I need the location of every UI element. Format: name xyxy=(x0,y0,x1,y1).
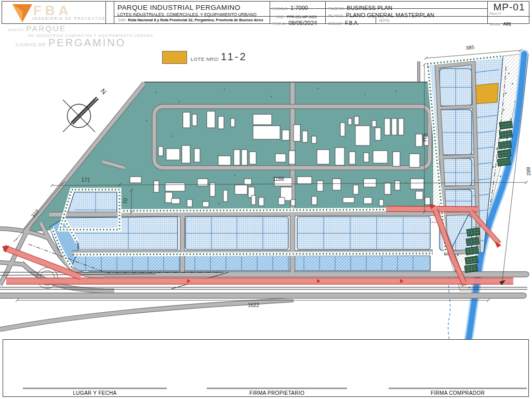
sheet-number: MP-01 xyxy=(487,2,531,13)
project-address: DIR: Ruta Nacional 8 y Ruta Provincial 3… xyxy=(118,18,263,22)
logo-tagline: INGENIERIA DE PROYECTOS xyxy=(32,17,105,20)
title-block: FBA INGENIERIA DE PROYECTOS PARQUE INDUS… xyxy=(2,1,529,24)
fecha-label: FECHA: xyxy=(273,22,286,25)
dir-value: Ruta Nacional 8 y Ruta Provincial 32, Pe… xyxy=(128,18,263,22)
dibujo-value: F.B.A. xyxy=(345,20,359,26)
fecha-value: 08/05/2024 xyxy=(288,20,317,26)
watermark-line3: CIUDAD DE PERGAMINO xyxy=(8,37,153,48)
escala-label: ESCALA: xyxy=(273,7,288,10)
watermark-line1: NUEVO PARQUE xyxy=(8,24,153,33)
version-label: Version xyxy=(489,22,501,26)
dim-70: 70 xyxy=(123,198,128,204)
highlighted-lot-11-2 xyxy=(473,83,498,104)
project-title: PARQUE INDUSTRIAL PERGAMINO xyxy=(117,4,241,11)
signature-box: LUGAR Y FECHA FIRMA PROPIETARIO FIRMA CO… xyxy=(3,339,529,397)
signature-label-comprador: FIRMA COMPRADOR xyxy=(389,390,527,396)
watermark-nuevo: NUEVO xyxy=(8,28,24,32)
legend-swatch xyxy=(162,51,187,64)
divider xyxy=(325,2,326,23)
lot-block-c xyxy=(297,217,430,249)
dir-label: DIR: xyxy=(118,18,127,22)
dibujo-label: DIBUJO: xyxy=(328,22,343,25)
nota-label: NOTA: xyxy=(379,19,390,22)
escala-value: 1:7000 xyxy=(290,5,308,11)
dim-1622: 1622 xyxy=(248,302,260,308)
north-label: N xyxy=(99,87,108,96)
signature-line xyxy=(23,388,167,389)
watermark-ciudad: CIUDAD DE xyxy=(16,42,46,47)
fecha-field: FECHA: 08/05/2024 xyxy=(273,18,317,27)
watermark-parque: PARQUE xyxy=(26,24,66,33)
project-watermark: NUEVO PARQUE DE INDUSTRIAS COMERCIOS Y E… xyxy=(8,24,153,48)
divider xyxy=(105,2,106,23)
masterplan-sheet: 171 1188 70 310 385 534 882 1622 N xyxy=(0,0,532,399)
signature-line xyxy=(207,388,347,389)
sheet-number-label: Plano N° xyxy=(489,12,502,15)
version-value: A01 xyxy=(503,21,511,26)
divider xyxy=(114,2,114,23)
signature-label-lugar: LUGAR Y FECHA xyxy=(23,390,167,396)
project-subtitle: LOTES INDUSTRIALES, COMERCIALES, Y EQUIP… xyxy=(117,12,257,17)
watermark-pergamino: PERGAMINO xyxy=(48,37,126,48)
divider xyxy=(270,2,270,23)
version-field: Version A01 xyxy=(489,18,511,28)
lot-strip-row xyxy=(70,256,430,271)
dibujo-field: DIBUJO: F.B.A. xyxy=(328,18,359,27)
signature-line xyxy=(389,388,527,389)
plano-value: PLANO GENERAL MASTERPLAN xyxy=(346,12,434,18)
north-compass: N xyxy=(63,87,108,132)
legend-lot-number: 11-2 xyxy=(221,51,247,63)
dim-385: 385 xyxy=(466,44,475,50)
dim-882: 882 xyxy=(525,167,531,176)
dim-1188: 1188 xyxy=(273,176,284,182)
dim-171: 171 xyxy=(82,177,90,183)
signature-label-propietario: FIRMA PROPIETARIO xyxy=(207,390,347,396)
legend-label: LOTE NRO: xyxy=(191,56,220,62)
dim-534: 534 xyxy=(421,134,427,142)
